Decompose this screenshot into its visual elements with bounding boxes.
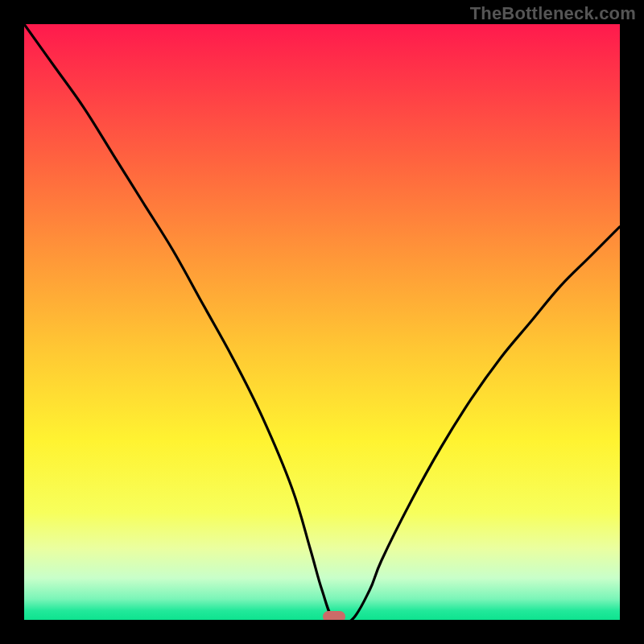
- bottleneck-curve: [24, 24, 620, 620]
- optimal-point-marker: [323, 611, 345, 620]
- plot-area: [24, 24, 620, 620]
- chart-frame: TheBottleneck.com: [0, 0, 644, 644]
- watermark-text: TheBottleneck.com: [470, 3, 636, 24]
